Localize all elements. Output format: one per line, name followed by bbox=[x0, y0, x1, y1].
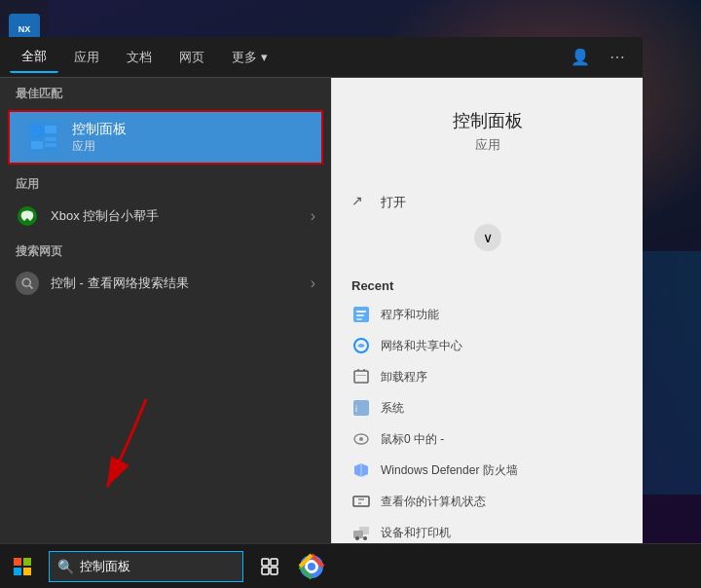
svg-rect-38 bbox=[359, 527, 369, 534]
recent-icon-0 bbox=[351, 305, 371, 324]
search-nav: 全部 应用 文档 网页 更多 ▾ 👤 ⋯ bbox=[0, 37, 643, 78]
best-match-label: 最佳匹配 bbox=[0, 78, 331, 106]
recent-label-2: 卸载程序 bbox=[381, 369, 427, 386]
best-match-item[interactable]: 控制面板 应用 bbox=[8, 110, 323, 165]
recent-item-6[interactable]: 查看你的计算机状态 bbox=[351, 486, 623, 517]
recent-label-0: 程序和功能 bbox=[381, 307, 439, 323]
recent-icon-5 bbox=[351, 460, 371, 480]
recent-icon-7 bbox=[351, 523, 371, 542]
more-options-icon[interactable]: ⋯ bbox=[602, 44, 633, 70]
recent-label-6: 查看你的计算机状态 bbox=[381, 494, 486, 510]
nav-tab-all[interactable]: 全部 bbox=[10, 42, 58, 73]
start-button[interactable] bbox=[0, 544, 45, 589]
svg-line-9 bbox=[29, 285, 32, 288]
svg-rect-26 bbox=[356, 311, 366, 312]
svg-point-8 bbox=[22, 278, 30, 286]
nav-tab-apps[interactable]: 应用 bbox=[62, 43, 111, 72]
recent-item-2[interactable]: 卸载程序 bbox=[351, 361, 623, 392]
best-match-info: 控制面板 应用 bbox=[72, 121, 127, 155]
task-view-button[interactable] bbox=[247, 544, 292, 589]
recent-label-1: 网络和共享中心 bbox=[381, 338, 462, 354]
web-arrow-icon: › bbox=[311, 275, 315, 292]
desktop: NX NX 12 CATI... A AutoC... N 雷神NN... 火 … bbox=[0, 0, 701, 588]
svg-rect-4 bbox=[45, 126, 56, 133]
web-search-icon bbox=[16, 272, 39, 295]
search-left-panel: 最佳匹配 控制面板 应用 bbox=[0, 78, 331, 543]
web-section-label: 搜索网页 bbox=[0, 236, 331, 264]
right-app-type: 应用 bbox=[351, 136, 623, 154]
svg-rect-42 bbox=[14, 558, 21, 566]
right-app-name: 控制面板 bbox=[351, 109, 623, 132]
svg-text:i: i bbox=[355, 404, 357, 414]
taskbar-search-input[interactable] bbox=[80, 559, 226, 573]
recent-label-3: 系统 bbox=[381, 400, 404, 417]
recent-item-7[interactable]: 设备和打印机 bbox=[351, 517, 623, 543]
taskbar-search-icon: 🔍 bbox=[57, 559, 74, 574]
recent-icon-2 bbox=[351, 367, 371, 386]
recent-label-7: 设备和打印机 bbox=[381, 525, 451, 541]
best-match-name: 控制面板 bbox=[72, 121, 127, 138]
control-panel-icon-small bbox=[25, 120, 60, 155]
apps-section-label: 应用 bbox=[0, 168, 331, 197]
taskbar: 🔍 bbox=[0, 543, 701, 588]
svg-rect-6 bbox=[45, 143, 56, 147]
open-label: 打开 bbox=[381, 194, 406, 211]
svg-point-39 bbox=[355, 536, 359, 540]
xbox-icon bbox=[16, 204, 39, 228]
svg-rect-49 bbox=[271, 568, 277, 574]
recent-icon-3: i bbox=[351, 398, 371, 418]
recent-item-0[interactable]: 程序和功能 bbox=[351, 299, 623, 330]
svg-point-2 bbox=[35, 129, 39, 133]
svg-rect-48 bbox=[262, 568, 269, 574]
search-menu: 全部 应用 文档 网页 更多 ▾ 👤 ⋯ 最佳匹配 bbox=[0, 37, 643, 543]
recent-item-3[interactable]: i 系统 bbox=[351, 392, 623, 423]
expand-button[interactable]: ∨ bbox=[474, 224, 501, 251]
svg-point-52 bbox=[308, 563, 315, 570]
recent-icon-6 bbox=[351, 492, 371, 511]
web-search-item[interactable]: 控制 - 查看网络搜索结果 › bbox=[0, 264, 331, 303]
nav-tab-docs[interactable]: 文档 bbox=[115, 43, 164, 72]
svg-rect-45 bbox=[23, 568, 31, 575]
profile-icon[interactable]: 👤 bbox=[563, 44, 598, 70]
recent-label-4: 鼠标0 中的 - bbox=[381, 431, 444, 448]
svg-rect-31 bbox=[356, 375, 366, 376]
recent-item-4[interactable]: 鼠标0 中的 - bbox=[351, 423, 623, 455]
chrome-button[interactable] bbox=[292, 547, 331, 586]
expand-section: ∨ bbox=[351, 224, 623, 251]
xbox-app-name: Xbox 控制台小帮手 bbox=[51, 207, 159, 225]
recent-label-5: Windows Defender 防火墙 bbox=[381, 462, 518, 479]
svg-rect-27 bbox=[356, 314, 364, 316]
open-icon: ↗ bbox=[351, 193, 371, 212]
xbox-arrow-icon: › bbox=[311, 207, 315, 225]
svg-rect-5 bbox=[45, 137, 56, 141]
taskbar-search-container[interactable]: 🔍 bbox=[49, 551, 243, 582]
recent-item-1[interactable]: 网络和共享中心 bbox=[351, 330, 623, 361]
svg-rect-46 bbox=[262, 559, 269, 566]
svg-point-35 bbox=[359, 437, 363, 441]
best-match-type: 应用 bbox=[72, 138, 127, 155]
svg-rect-47 bbox=[271, 559, 277, 566]
app-item-xbox[interactable]: Xbox 控制台小帮手 › bbox=[0, 197, 331, 236]
nav-tab-more[interactable]: 更多 ▾ bbox=[220, 43, 279, 72]
search-content: 最佳匹配 控制面板 应用 bbox=[0, 78, 643, 543]
svg-rect-3 bbox=[31, 141, 43, 149]
recent-icon-4 bbox=[351, 429, 371, 449]
right-open-action[interactable]: ↗ 打开 bbox=[351, 185, 623, 220]
svg-rect-43 bbox=[23, 558, 31, 566]
chrome-icon bbox=[298, 553, 325, 580]
search-right-panel: 控制面板 应用 ↗ 打开 ∨ Recent bbox=[331, 78, 643, 543]
recent-item-5[interactable]: Windows Defender 防火墙 bbox=[351, 455, 623, 486]
svg-rect-28 bbox=[356, 318, 362, 320]
recent-label: Recent bbox=[351, 278, 623, 293]
windows-logo-icon bbox=[14, 558, 31, 575]
web-search-name: 控制 - 查看网络搜索结果 bbox=[51, 275, 189, 292]
svg-point-40 bbox=[363, 536, 367, 540]
recent-icon-1 bbox=[351, 336, 371, 355]
task-view-icon bbox=[261, 558, 278, 575]
svg-rect-30 bbox=[354, 371, 368, 383]
nav-tab-web[interactable]: 网页 bbox=[167, 43, 216, 72]
svg-rect-44 bbox=[14, 568, 21, 575]
svg-rect-36 bbox=[353, 496, 369, 506]
